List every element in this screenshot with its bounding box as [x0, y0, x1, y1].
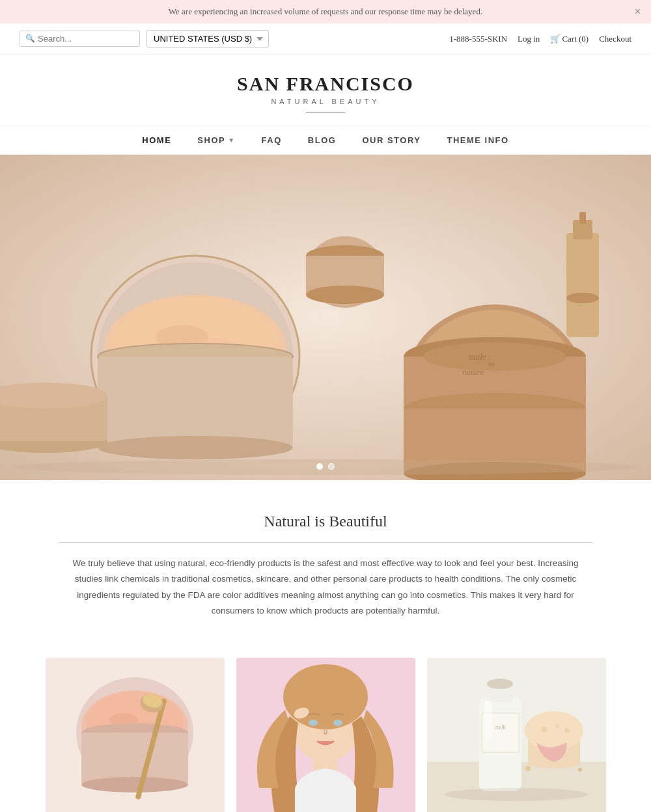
nav-item-faq[interactable]: FAQ	[262, 135, 282, 145]
nav-item-shop[interactable]: SHOP ▼	[197, 135, 235, 145]
svg-point-67	[578, 768, 582, 772]
brand-subtitle: NATURAL BEAUTY	[13, 98, 638, 105]
svg-point-68	[445, 788, 588, 801]
svg-text:milk: milk	[495, 724, 506, 731]
product-card-organic-image: milk	[427, 658, 606, 812]
svg-text:nature: nature	[462, 367, 484, 377]
product-card-hair[interactable]: Gorgeous Tresses Beautiful, healthy hair…	[236, 658, 415, 812]
checkout-link[interactable]: Checkout	[599, 34, 631, 44]
svg-rect-31	[579, 212, 586, 224]
section-divider	[59, 542, 592, 543]
svg-rect-61	[484, 700, 492, 739]
announcement-text: We are experiencing an increased volume …	[169, 7, 482, 16]
svg-point-63	[542, 727, 547, 732]
svg-point-66	[525, 766, 531, 771]
product-card-makeup-image	[46, 658, 225, 812]
hair-illustration	[236, 658, 415, 812]
top-bar-left: 🔍 UNITED STATES (USD $)	[20, 30, 269, 47]
nav-label-theme-info: THEME INFO	[447, 135, 508, 145]
svg-point-62	[525, 711, 583, 750]
nav-label-blog: BLOG	[308, 135, 337, 145]
main-nav: HOME SHOP ▼ FAQ BLOG OUR STORY THEME INF…	[0, 126, 651, 155]
cart-icon: 🛒	[550, 34, 561, 44]
product-card-organic[interactable]: milk	[427, 658, 606, 812]
svg-point-42	[81, 777, 188, 792]
nav-item-theme-info[interactable]: THEME INFO	[447, 135, 508, 145]
svg-point-10	[98, 436, 293, 459]
svg-text:nude: nude	[469, 352, 486, 362]
announcement-close-button[interactable]: ×	[635, 6, 641, 18]
slider-dot-2[interactable]	[328, 463, 335, 470]
nav-label-shop: SHOP	[197, 135, 225, 145]
site-header: SAN FRANCISCO NATURAL BEAUTY	[0, 55, 651, 126]
announcement-bar: We are experiencing an increased volume …	[0, 0, 651, 23]
product-card-makeup[interactable]: Makeup Essentials Everything you need fo…	[46, 658, 225, 812]
svg-rect-29	[566, 233, 599, 337]
search-wrapper: 🔍	[20, 31, 140, 47]
search-icon: 🔍	[25, 34, 35, 44]
nav-label-faq: FAQ	[262, 135, 282, 145]
svg-point-19	[423, 342, 566, 371]
svg-point-50	[309, 720, 318, 726]
organic-illustration: milk	[427, 658, 606, 812]
svg-point-49	[283, 664, 368, 729]
svg-rect-9	[98, 357, 293, 448]
svg-point-64	[555, 724, 559, 728]
hero-illustration: nude by nature	[0, 155, 651, 480]
section-natural-title: Natural is Beautiful	[52, 513, 599, 530]
hero-background: nude by nature	[0, 155, 651, 480]
login-link[interactable]: Log in	[518, 34, 540, 44]
search-input[interactable]	[38, 34, 135, 44]
nav-item-blog[interactable]: BLOG	[308, 135, 337, 145]
country-select[interactable]: UNITED STATES (USD $)	[146, 30, 269, 47]
section-natural-body: We truly believe that using natural, eco…	[59, 556, 592, 619]
slider-dot-1[interactable]	[316, 463, 323, 470]
makeup-illustration	[46, 658, 225, 812]
nav-item-our-story[interactable]: OUR STORY	[362, 135, 421, 145]
cart-link[interactable]: 🛒Cart (0)	[550, 34, 589, 44]
product-card-hair-image	[236, 658, 415, 812]
chevron-down-icon: ▼	[228, 137, 235, 144]
brand-name: SAN FRANCISCO	[13, 73, 638, 95]
nav-label-home: HOME	[142, 135, 171, 145]
top-bar-right: 1-888-555-SKIN Log in 🛒Cart (0) Checkout	[449, 34, 631, 44]
top-bar: 🔍 UNITED STATES (USD $) 1-888-555-SKIN L…	[0, 23, 651, 55]
svg-text:by: by	[488, 360, 495, 368]
svg-point-28	[306, 286, 384, 304]
nav-label-our-story: OUR STORY	[362, 135, 421, 145]
svg-point-32	[566, 293, 599, 303]
section-natural: Natural is Beautiful We truly believe th…	[0, 480, 651, 645]
svg-point-58	[487, 679, 513, 689]
svg-point-51	[333, 720, 342, 726]
product-grid: Makeup Essentials Everything you need fo…	[0, 645, 651, 812]
nav-item-home[interactable]: HOME	[142, 135, 171, 145]
header-divider	[306, 112, 345, 113]
phone-number: 1-888-555-SKIN	[449, 34, 507, 44]
hero-slider[interactable]: nude by nature	[0, 155, 651, 480]
svg-point-65	[564, 728, 570, 733]
cart-label: Cart (0)	[562, 34, 589, 44]
slider-dots	[316, 463, 335, 470]
